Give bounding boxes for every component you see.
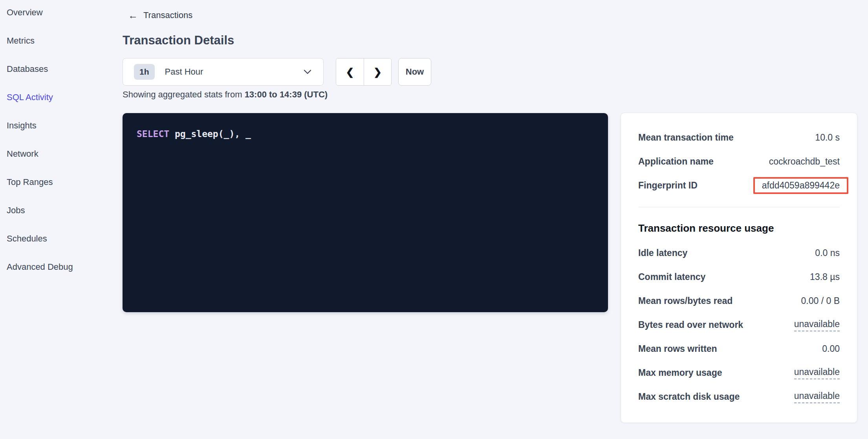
breadcrumb-back-transactions[interactable]: ← Transactions <box>128 10 192 20</box>
fingerprint-id-value: afdd4059a899442e <box>753 177 848 194</box>
stats-range: 13:00 to 14:39 (UTC) <box>245 90 328 99</box>
stats-prefix: Showing aggregated stats from <box>123 90 245 99</box>
time-step-buttons: ❮ ❯ <box>336 58 392 86</box>
main-content: ← Transactions Transaction Details 1h Pa… <box>123 0 868 439</box>
detail-row-value: cockroachdb_test <box>769 156 840 167</box>
detail-row-label: Mean rows/bytes read <box>638 296 732 306</box>
sidebar-item-databases[interactable]: Databases <box>0 55 118 83</box>
sql-keyword: SELECT <box>137 129 169 139</box>
detail-row-value[interactable]: unavailable <box>794 367 840 379</box>
detail-row-value[interactable]: unavailable <box>794 391 840 403</box>
detail-row: Max scratch disk usageunavailable <box>638 385 840 409</box>
detail-row: Mean rows/bytes read0.00 / 0 B <box>638 289 840 313</box>
sidebar-nav: OverviewMetricsDatabasesSQL ActivityInsi… <box>0 0 118 281</box>
sidebar-item-advanced-debug[interactable]: Advanced Debug <box>0 253 118 281</box>
detail-row-label: Max scratch disk usage <box>638 391 740 402</box>
aggregated-stats-text: Showing aggregated stats from 13:00 to 1… <box>123 90 328 100</box>
detail-row: Idle latency0.0 ns <box>638 241 840 265</box>
detail-row-label: Application name <box>638 156 714 167</box>
sql-statement-box: SELECT pg_sleep(_), _ <box>123 113 608 312</box>
sidebar-item-schedules[interactable]: Schedules <box>0 225 118 253</box>
detail-row: Commit latency13.8 µs <box>638 265 840 289</box>
detail-row: Bytes read over networkunavailable <box>638 313 840 337</box>
detail-row-label: Idle latency <box>638 248 687 258</box>
back-arrow-icon: ← <box>128 11 138 20</box>
detail-row-label: Commit latency <box>638 272 705 282</box>
detail-row: Max memory usageunavailable <box>638 361 840 385</box>
resource-rows: Idle latency0.0 nsCommit latency13.8 µsM… <box>638 241 840 409</box>
time-range-badge: 1h <box>134 64 155 80</box>
time-controls: 1h Past Hour ❮ ❯ Now <box>123 58 431 86</box>
detail-row-value: 0.00 / 0 B <box>801 296 840 306</box>
detail-row-value: 13.8 µs <box>810 272 840 282</box>
chevron-down-icon <box>304 70 311 74</box>
sidebar-item-jobs[interactable]: Jobs <box>0 196 118 225</box>
sidebar-item-insights[interactable]: Insights <box>0 112 118 140</box>
summary-rows: Mean transaction time10.0 sApplication n… <box>638 126 840 198</box>
time-range-selected: Past Hour <box>165 67 304 77</box>
detail-row: Mean rows written0.00 <box>638 337 840 361</box>
sidebar-item-overview[interactable]: Overview <box>0 0 118 27</box>
detail-row: Fingerprint IDafdd4059a899442e <box>638 174 840 198</box>
sql-statement-text: SELECT pg_sleep(_), _ <box>137 129 594 139</box>
now-button[interactable]: Now <box>398 58 431 86</box>
detail-row-value: 10.0 s <box>815 132 840 143</box>
next-range-button[interactable]: ❯ <box>364 59 391 85</box>
detail-row-label: Bytes read over network <box>638 320 743 330</box>
chevron-right-icon: ❯ <box>374 66 382 78</box>
detail-row-label: Mean rows written <box>638 344 717 354</box>
detail-row: Application namecockroachdb_test <box>638 150 840 174</box>
detail-row-label: Max memory usage <box>638 368 722 378</box>
detail-row-value[interactable]: unavailable <box>794 319 840 331</box>
chevron-left-icon: ❮ <box>346 66 354 78</box>
detail-row: Mean transaction time10.0 s <box>638 126 840 150</box>
sidebar-item-metrics[interactable]: Metrics <box>0 27 118 55</box>
transaction-details-panel: Mean transaction time10.0 sApplication n… <box>621 113 857 423</box>
detail-row-label: Fingerprint ID <box>638 180 698 191</box>
page-title: Transaction Details <box>123 33 234 48</box>
sidebar-item-sql-activity[interactable]: SQL Activity <box>0 83 118 112</box>
detail-row-label: Mean transaction time <box>638 132 734 143</box>
breadcrumb-label: Transactions <box>143 10 192 20</box>
resource-usage-heading: Transaction resource usage <box>638 222 840 234</box>
panel-divider <box>638 207 840 207</box>
previous-range-button[interactable]: ❮ <box>336 59 364 85</box>
time-range-select[interactable]: 1h Past Hour <box>123 58 324 86</box>
detail-row-value: 0.0 ns <box>815 248 840 258</box>
sidebar-item-network[interactable]: Network <box>0 140 118 168</box>
detail-row-value: 0.00 <box>822 344 840 354</box>
sql-rest: pg_sleep(_), _ <box>169 129 251 139</box>
sidebar-item-top-ranges[interactable]: Top Ranges <box>0 168 118 196</box>
